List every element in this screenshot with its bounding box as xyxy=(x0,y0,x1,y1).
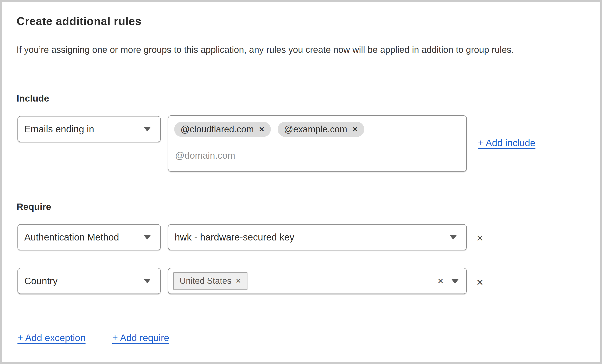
include-selector-dropdown[interactable]: Emails ending in xyxy=(17,116,161,142)
country-multiselect[interactable]: United States ✕ ✕ xyxy=(168,268,467,294)
chevron-down-icon xyxy=(144,279,151,283)
include-emails-token-field[interactable]: @cloudflared.com ✕ @example.com ✕ xyxy=(168,115,467,172)
auth-method-value-dropdown[interactable]: hwk - hardware-secured key xyxy=(168,224,467,250)
add-exception-link[interactable]: + Add exception xyxy=(17,333,86,343)
remove-tag-icon[interactable]: ✕ xyxy=(236,278,241,284)
add-require-link[interactable]: + Add require xyxy=(112,333,169,343)
content-panel: Create additional rules If you’re assign… xyxy=(2,2,601,362)
include-section-label: Include xyxy=(17,93,49,104)
include-selector-value: Emails ending in xyxy=(24,124,140,135)
country-tag: United States ✕ xyxy=(173,272,247,290)
add-include-link[interactable]: + Add include xyxy=(478,138,535,148)
remove-rule-icon[interactable]: ✕ xyxy=(476,278,484,287)
remove-tag-icon[interactable]: ✕ xyxy=(259,126,265,133)
require-rule-field-dropdown[interactable]: Country xyxy=(17,268,161,294)
email-tag: @example.com ✕ xyxy=(278,122,364,137)
email-domain-input[interactable] xyxy=(175,150,379,161)
chevron-down-icon xyxy=(450,235,457,239)
chevron-down-icon xyxy=(144,127,151,131)
page-description: If you’re assigning one or more groups t… xyxy=(17,42,584,57)
email-tag-label: @example.com xyxy=(284,124,347,135)
remove-tag-icon[interactable]: ✕ xyxy=(352,126,358,133)
auth-method-value: hwk - hardware-secured key xyxy=(175,232,446,243)
page-title: Create additional rules xyxy=(17,15,141,28)
country-tag-label: United States xyxy=(180,276,231,286)
email-tag-label: @cloudflared.com xyxy=(181,124,254,135)
email-tag: @cloudflared.com ✕ xyxy=(174,122,271,137)
require-section-label: Require xyxy=(17,201,51,212)
clear-selection-icon[interactable]: ✕ xyxy=(437,277,444,285)
email-tag-list: @cloudflared.com ✕ @example.com ✕ xyxy=(174,122,364,137)
chevron-down-icon xyxy=(144,235,151,239)
require-rule-field-dropdown[interactable]: Authentication Method xyxy=(17,224,161,250)
require-rule-field-value: Authentication Method xyxy=(24,232,140,243)
chevron-down-icon xyxy=(452,279,459,283)
remove-rule-icon[interactable]: ✕ xyxy=(476,234,484,243)
require-rule-field-value: Country xyxy=(24,276,140,286)
